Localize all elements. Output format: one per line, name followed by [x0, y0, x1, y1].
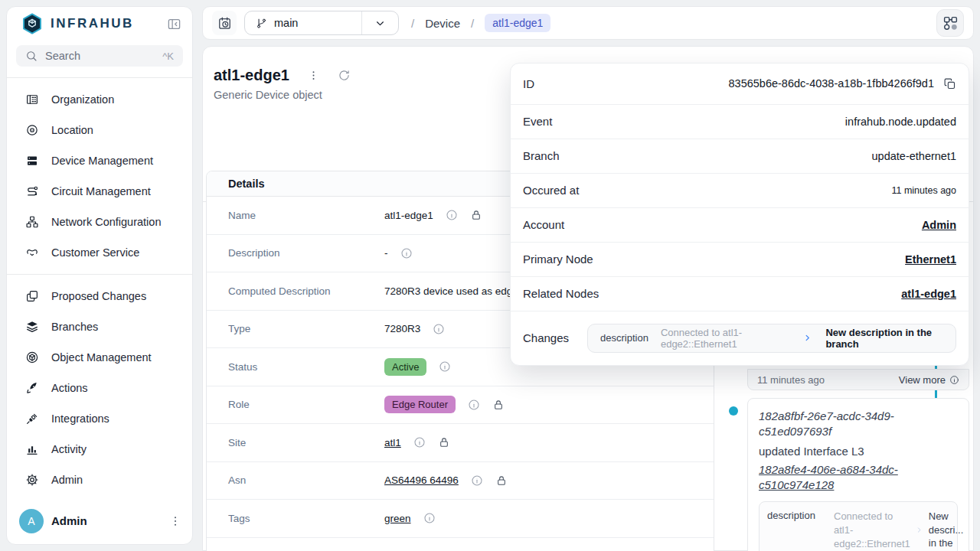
sidebar-secondary-menu: Proposed Changes Branches Object Managem…	[7, 275, 192, 501]
search-input[interactable]: Search ^K	[16, 45, 183, 67]
field-value: atl1-edge1	[384, 210, 433, 221]
event-details-popover: ID 83565b6e-86dc-4038-a18b-1fbb4266f9d1 …	[510, 63, 969, 366]
search-icon	[25, 50, 38, 62]
chevron-right-icon	[803, 334, 812, 342]
branch-selector[interactable]: main	[244, 11, 399, 35]
refresh-icon[interactable]	[338, 69, 351, 82]
sidebar-item-proposed-changes[interactable]: Proposed Changes	[7, 281, 192, 311]
view-more-button[interactable]: View more	[899, 374, 959, 386]
user-menu[interactable]: A Admin	[7, 501, 192, 544]
sidebar-item-actions[interactable]: Actions	[7, 373, 192, 403]
branch-selector-value: main	[274, 17, 298, 29]
timeline-entry-id: 182a8fbf-26e7-acdc-34d9-c51ed097693f	[759, 409, 958, 440]
event-id-value: 83565b6e-86dc-4038-a18b-1fbb4266f9d1	[729, 77, 934, 90]
layers-icon	[25, 320, 39, 334]
bar-chart-icon	[25, 442, 39, 456]
info-icon[interactable]	[471, 474, 483, 487]
date-picker-button[interactable]	[212, 11, 237, 35]
field-label: Computed Description	[228, 285, 384, 297]
event-type-value: infrahub.node.updated	[845, 116, 956, 128]
chevron-right-icon	[916, 527, 923, 533]
topbar: main / Device / atl1-edge1	[202, 6, 974, 40]
popover-row-occured-at: Occured at 11 minutes ago	[511, 174, 969, 208]
route-icon	[25, 184, 39, 198]
related-node-link[interactable]: atl1-edge1	[901, 288, 956, 300]
sidebar-item-circuit-management[interactable]: Circuit Management	[7, 176, 192, 207]
change-old-value: Connected to atl1-edge2::Ethernet1	[661, 327, 791, 350]
info-icon	[949, 375, 959, 385]
sidebar-item-label: Admin	[51, 474, 83, 486]
breadcrumb-item-current[interactable]: atl1-edge1	[485, 14, 550, 32]
field-label: Name	[228, 210, 384, 221]
sidebar-item-label: Network Configuration	[51, 216, 161, 228]
status-badge: Active	[384, 358, 426, 376]
timeline-entry-card: 182a8fbf-26e7-acdc-34d9-c51ed097693f upd…	[747, 398, 969, 551]
field-label: Description	[228, 247, 384, 259]
info-icon[interactable]	[433, 323, 445, 335]
lock-icon	[495, 474, 508, 487]
sidebar-item-label: Object Management	[51, 351, 152, 364]
sidebar-item-integrations[interactable]: Integrations	[7, 403, 192, 434]
field-label: Role	[228, 399, 384, 410]
info-icon[interactable]	[400, 247, 413, 259]
popover-row-related-nodes: Related Nodes atl1-edge1	[511, 277, 969, 311]
info-icon[interactable]	[413, 436, 426, 448]
timeline-event-footer: 11 minutes ago View more	[747, 369, 969, 390]
info-icon[interactable]	[423, 512, 436, 524]
field-label: Primary Node	[523, 253, 593, 266]
timeline-entry-link[interactable]: 182a8fe4-406e-a684-34dc-c510c974e128	[759, 462, 958, 494]
copy-icon[interactable]	[943, 77, 956, 90]
sidebar-item-branches[interactable]: Branches	[7, 311, 192, 342]
field-label: Branch	[523, 149, 560, 162]
change-new-value: New descri... in the branch	[929, 510, 972, 551]
details-row-site: Site atl1	[207, 424, 714, 462]
asn-link[interactable]: AS64496 64496	[384, 474, 459, 486]
object-menu-dots-icon[interactable]	[308, 70, 319, 81]
workflow-icon	[942, 15, 959, 31]
tag-link[interactable]: green	[384, 513, 411, 524]
user-menu-dots-icon[interactable]	[169, 515, 181, 527]
sidebar-item-customer-service[interactable]: Customer Service	[7, 237, 192, 268]
event-time-value: 11 minutes ago	[891, 185, 956, 196]
schema-visualizer-button[interactable]	[936, 9, 964, 37]
rocket-icon	[25, 381, 39, 395]
field-value: -	[384, 247, 388, 259]
sidebar-item-activity[interactable]: Activity	[7, 434, 192, 465]
network-icon	[25, 215, 39, 229]
breadcrumb-item-device[interactable]: Device	[425, 17, 460, 30]
field-label: Occured at	[523, 184, 579, 197]
sidebar-item-object-management[interactable]: Object Management	[7, 342, 192, 373]
info-icon[interactable]	[439, 360, 451, 373]
breadcrumb-separator: /	[471, 17, 474, 30]
building-icon	[25, 93, 39, 106]
details-row-asn: Asn AS64496 64496	[207, 462, 714, 500]
field-label: Account	[523, 218, 564, 231]
site-link[interactable]: atl1	[384, 437, 401, 448]
timeline-change-chip: description Connected to atl1-edge2::Eth…	[759, 501, 958, 551]
collapse-sidebar-icon[interactable]	[167, 17, 181, 31]
location-icon	[25, 123, 39, 137]
primary-node-link[interactable]: Ethernet1	[905, 253, 956, 266]
sidebar: INFRAHUB Search ^K Organization Location…	[6, 6, 193, 545]
field-label: Event	[523, 115, 552, 128]
info-icon[interactable]	[446, 209, 458, 221]
breadcrumb-separator: /	[411, 17, 414, 30]
sidebar-item-organization[interactable]: Organization	[7, 84, 192, 115]
gear-icon	[25, 473, 39, 487]
account-link[interactable]: Admin	[922, 219, 956, 231]
sidebar-item-label: Proposed Changes	[51, 290, 146, 302]
server-icon	[25, 154, 39, 168]
info-icon[interactable]	[468, 399, 480, 411]
lock-icon	[438, 436, 450, 448]
sidebar-item-location[interactable]: Location	[7, 115, 192, 145]
field-label: Site	[228, 437, 384, 448]
sidebar-item-network-configuration[interactable]: Network Configuration	[7, 207, 192, 237]
search-placeholder: Search	[45, 50, 162, 62]
sidebar-item-admin[interactable]: Admin	[7, 465, 192, 495]
sidebar-item-label: Integrations	[51, 412, 109, 425]
sidebar-item-device-management[interactable]: Device Management	[7, 145, 192, 176]
popover-row-account: Account Admin	[511, 208, 969, 243]
infrahub-logo-icon	[21, 12, 44, 35]
popover-row-primary-node: Primary Node Ethernet1	[511, 243, 969, 277]
screen: INFRAHUB Search ^K Organization Location…	[0, 0, 980, 551]
